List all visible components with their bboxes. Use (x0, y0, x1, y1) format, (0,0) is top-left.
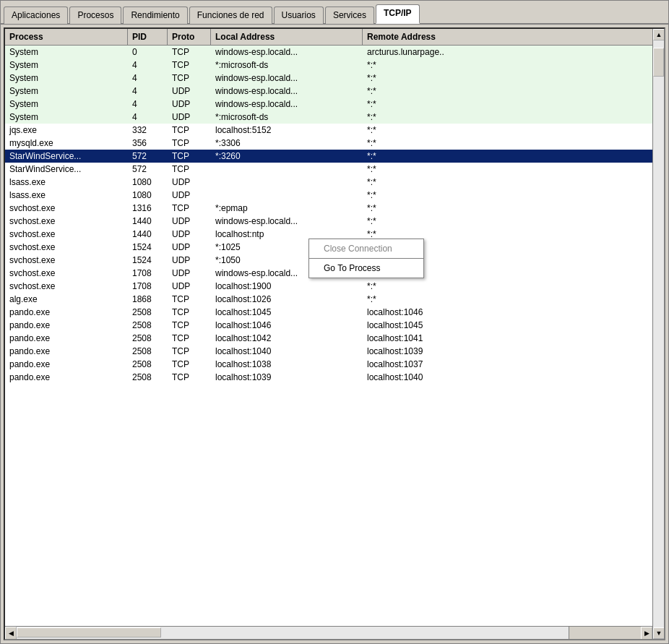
table-row[interactable]: svchost.exe1316TCP*:epmap*:* (5, 202, 652, 215)
context-menu-close-connection[interactable]: Close Connection (309, 241, 423, 257)
table-row[interactable]: System4UDPwindows-esp.locald...*:* (5, 98, 652, 111)
col-header-process[interactable]: Process (5, 29, 128, 45)
h-scroll-track[interactable] (17, 627, 569, 639)
table-row[interactable]: System4TCPwindows-esp.locald...*:* (5, 72, 652, 85)
table-row[interactable]: jqs.exe332TCPlocalhost:5152*:* (5, 124, 652, 137)
table-row[interactable]: System4TCP*:microsoft-ds*:* (5, 59, 652, 72)
scroll-right-button[interactable]: ▶ (641, 627, 652, 639)
h-scroll-right-stub (569, 627, 641, 639)
tab-tcpip[interactable]: TCP/IP (376, 4, 420, 24)
tab-bar: Aplicaciones Procesos Rendimiento Funcio… (1, 1, 668, 25)
col-header-pid[interactable]: PID (128, 29, 168, 45)
table-header: Process PID Proto Local Address Remote A… (5, 29, 652, 46)
scroll-down-button[interactable]: ▼ (653, 627, 664, 639)
scroll-thumb[interactable] (653, 48, 664, 77)
tab-usuarios[interactable]: Usuarios (274, 7, 324, 24)
context-menu-go-to-process[interactable]: Go To Process (309, 260, 423, 276)
horizontal-scrollbar: ◀ ▶ (5, 626, 652, 639)
tab-services[interactable]: Services (325, 7, 374, 24)
table-row[interactable]: System4UDP*:microsoft-ds*:* (5, 111, 652, 124)
table-row[interactable]: alg.exe1868TCPlocalhost:1026*:* (5, 293, 652, 306)
tab-funciones[interactable]: Funciones de red (189, 7, 272, 24)
col-header-proto[interactable]: Proto (168, 29, 211, 45)
table-row[interactable]: pando.exe2508TCPlocalhost:1045localhost:… (5, 306, 652, 319)
table-row[interactable]: mysqld.exe356TCP*:3306*:* (5, 137, 652, 150)
table-row[interactable]: lsass.exe1080UDP*:* (5, 176, 652, 189)
col-header-remote[interactable]: Remote Address (363, 29, 652, 45)
h-scroll-thumb[interactable] (17, 627, 161, 637)
col-header-local[interactable]: Local Address (211, 29, 363, 45)
table-row[interactable]: svchost.exe1440UDPwindows-esp.locald...*… (5, 215, 652, 228)
vertical-scrollbar[interactable]: ▲ ▼ (652, 29, 664, 639)
table-row[interactable]: pando.exe2508TCPlocalhost:1039localhost:… (5, 371, 652, 384)
scroll-up-button[interactable]: ▲ (653, 29, 664, 40)
content-area: Process PID Proto Local Address Remote A… (4, 27, 665, 640)
context-menu-divider (309, 258, 423, 259)
tab-procesos[interactable]: Procesos (69, 7, 121, 24)
table-row[interactable]: pando.exe2508TCPlocalhost:1038localhost:… (5, 358, 652, 371)
table-row[interactable]: pando.exe2508TCPlocalhost:1042localhost:… (5, 332, 652, 345)
table-row[interactable]: pando.exe2508TCPlocalhost:1040localhost:… (5, 345, 652, 358)
table-row[interactable]: lsass.exe1080UDP*:* (5, 189, 652, 202)
scroll-thumb-area[interactable] (653, 40, 664, 627)
main-panel: Process PID Proto Local Address Remote A… (5, 29, 664, 639)
tab-aplicaciones[interactable]: Aplicaciones (4, 7, 68, 24)
table-row[interactable]: System4UDPwindows-esp.locald...*:* (5, 85, 652, 98)
table-row[interactable]: StarWindService...572TCP*:3260*:* (5, 150, 652, 163)
main-window: Aplicaciones Procesos Rendimiento Funcio… (0, 0, 669, 644)
table-row[interactable]: svchost.exe1708UDPlocalhost:1900*:* (5, 280, 652, 293)
table-body[interactable]: System0TCPwindows-esp.locald...arcturus.… (5, 46, 652, 626)
scroll-left-button[interactable]: ◀ (5, 627, 17, 639)
tab-rendimiento[interactable]: Rendimiento (123, 7, 187, 24)
table-row[interactable]: StarWindService...572TCP*:* (5, 163, 652, 176)
table-container: Process PID Proto Local Address Remote A… (5, 29, 652, 639)
table-row[interactable]: pando.exe2508TCPlocalhost:1046localhost:… (5, 319, 652, 332)
context-menu: Close Connection Go To Process (308, 239, 424, 278)
table-row[interactable]: System0TCPwindows-esp.locald...arcturus.… (5, 46, 652, 59)
